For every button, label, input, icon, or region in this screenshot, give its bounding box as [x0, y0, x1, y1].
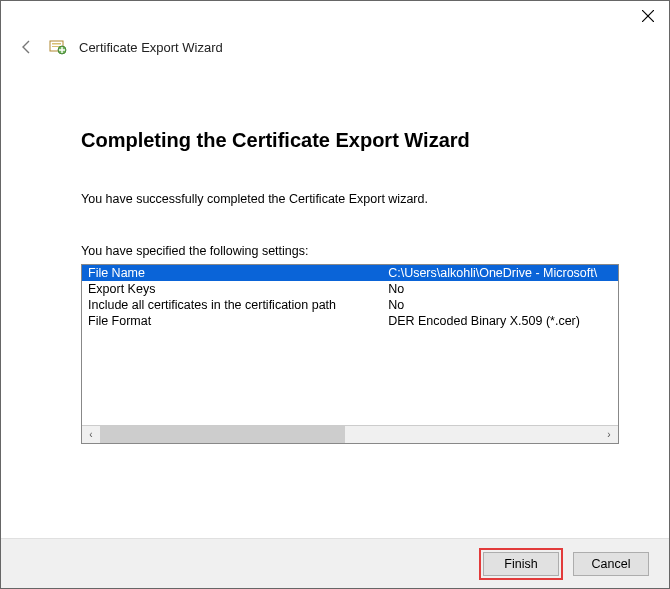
close-icon[interactable] — [639, 7, 657, 25]
row-value: DER Encoded Binary X.509 (*.cer) — [382, 313, 618, 329]
success-message: You have successfully completed the Cert… — [81, 192, 619, 206]
scroll-right-icon[interactable]: › — [600, 426, 618, 443]
wizard-content: Completing the Certificate Export Wizard… — [1, 65, 669, 538]
row-label: Include all certificates in the certific… — [82, 297, 382, 313]
settings-label: You have specified the following setting… — [81, 244, 619, 258]
wizard-window: Certificate Export Wizard Completing the… — [0, 0, 670, 589]
scroll-left-icon[interactable]: ‹ — [82, 426, 100, 443]
row-value: No — [382, 281, 618, 297]
button-bar: Finish Cancel — [1, 538, 669, 588]
settings-row[interactable]: File Format DER Encoded Binary X.509 (*.… — [82, 313, 618, 329]
row-value: No — [382, 297, 618, 313]
finish-button[interactable]: Finish — [483, 552, 559, 576]
settings-row[interactable]: Include all certificates in the certific… — [82, 297, 618, 313]
settings-row[interactable]: File Name C:\Users\alkohli\OneDrive - Mi… — [82, 265, 618, 281]
settings-table: File Name C:\Users\alkohli\OneDrive - Mi… — [82, 265, 618, 329]
cancel-button[interactable]: Cancel — [573, 552, 649, 576]
row-label: File Name — [82, 265, 382, 281]
row-label: Export Keys — [82, 281, 382, 297]
scroll-track[interactable] — [100, 426, 600, 443]
settings-list: File Name C:\Users\alkohli\OneDrive - Mi… — [81, 264, 619, 444]
wizard-header: Certificate Export Wizard — [1, 33, 669, 65]
page-heading: Completing the Certificate Export Wizard — [81, 129, 619, 152]
titlebar — [1, 1, 669, 33]
wizard-title: Certificate Export Wizard — [79, 40, 223, 55]
certificate-wizard-icon — [49, 38, 67, 56]
horizontal-scrollbar[interactable]: ‹ › — [82, 425, 618, 443]
row-value: C:\Users\alkohli\OneDrive - Microsoft\ — [382, 265, 618, 281]
settings-row[interactable]: Export Keys No — [82, 281, 618, 297]
finish-highlight: Finish — [479, 548, 563, 580]
svg-rect-3 — [52, 43, 61, 45]
back-arrow-icon[interactable] — [17, 37, 37, 57]
row-label: File Format — [82, 313, 382, 329]
scroll-thumb[interactable] — [100, 426, 345, 443]
settings-scroll-area[interactable]: File Name C:\Users\alkohli\OneDrive - Mi… — [82, 265, 618, 425]
